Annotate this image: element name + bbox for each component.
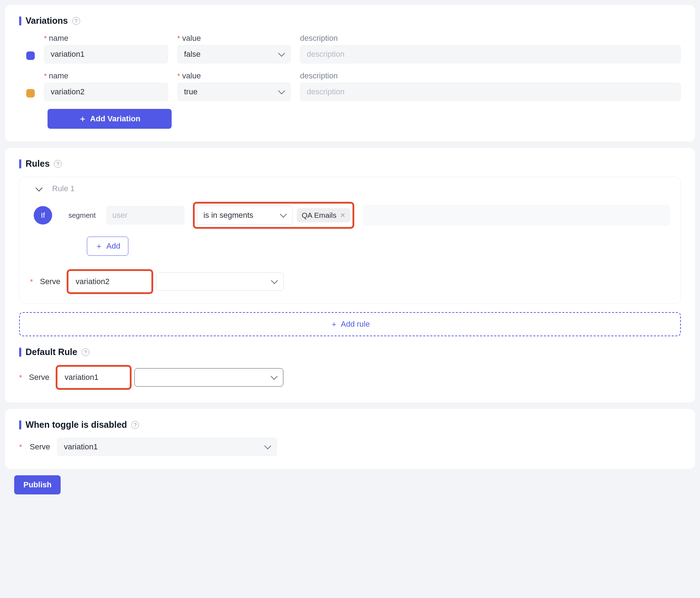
chevron-down-icon: [271, 373, 278, 380]
required-star-icon: *: [177, 72, 180, 80]
chevron-down-icon: [280, 211, 287, 218]
chevron-down-icon[interactable]: [35, 184, 43, 192]
serve-label: Serve: [30, 442, 50, 452]
section-bar-icon: [19, 16, 21, 26]
disabled-serve-row: * Serve variation1: [19, 438, 681, 456]
required-star-icon: *: [19, 373, 22, 382]
variations-panel: Variations ? *name *value false descript…: [5, 5, 695, 142]
default-serve-select[interactable]: [134, 368, 283, 387]
required-star-icon: *: [177, 34, 180, 43]
add-rule-button[interactable]: ＋ Add rule: [19, 312, 681, 336]
description-field: description: [300, 34, 681, 63]
help-icon[interactable]: ?: [54, 160, 62, 168]
operator-select[interactable]: is in segments: [197, 206, 293, 225]
value-label: *value: [177, 34, 291, 43]
operator-text: is in segments: [204, 211, 254, 220]
section-bar-icon: [19, 348, 21, 357]
name-input[interactable]: [44, 45, 168, 63]
condition-row: If segment user is in segments QA Emails…: [34, 202, 670, 229]
value-field: *value false: [177, 34, 291, 63]
description-field: description: [300, 71, 681, 101]
add-condition-label: Add: [106, 242, 120, 251]
disabled-serve-select[interactable]: variation1: [57, 438, 277, 456]
highlight-operator-and-tag: is in segments QA Emails ✕: [193, 202, 354, 229]
rule-name: Rule 1: [52, 184, 75, 193]
chevron-down-icon: [278, 50, 285, 57]
description-input[interactable]: [300, 83, 681, 101]
name-input[interactable]: [44, 83, 168, 101]
default-rule-title: Default Rule: [26, 347, 77, 357]
description-input[interactable]: [300, 45, 681, 63]
required-star-icon: *: [44, 72, 47, 80]
value-field: *value true: [177, 71, 291, 101]
serve-label: Serve: [40, 277, 60, 286]
value-select-text: true: [184, 87, 198, 96]
serve-select[interactable]: [156, 272, 284, 291]
required-star-icon: *: [19, 443, 22, 451]
section-bar-icon: [19, 159, 21, 168]
segment-tag[interactable]: QA Emails ✕: [297, 208, 350, 222]
disabled-panel: When toggle is disabled ? * Serve variat…: [5, 409, 695, 469]
help-icon[interactable]: ?: [72, 17, 80, 25]
name-field: *name: [44, 71, 168, 101]
if-chip: If: [34, 206, 52, 225]
add-variation-button[interactable]: ＋ Add Variation: [48, 109, 172, 129]
value-select[interactable]: true: [177, 83, 291, 101]
variations-title: Variations: [26, 16, 68, 26]
add-condition-button[interactable]: ＋ Add: [87, 237, 128, 256]
highlight-default-serve: variation1: [56, 365, 132, 390]
variation-row: *name *value false description: [26, 34, 681, 63]
description-label: description: [300, 71, 681, 81]
rule-header: Rule 1: [30, 184, 670, 193]
variation-row: *name *value true description: [26, 71, 681, 101]
chevron-down-icon: [264, 442, 271, 449]
value-select[interactable]: false: [177, 45, 291, 63]
section-bar-icon: [19, 420, 21, 430]
segment-label: segment: [68, 211, 96, 220]
add-variation-label: Add Variation: [90, 114, 140, 123]
chevron-down-icon: [271, 277, 278, 284]
required-star-icon: *: [30, 278, 33, 286]
segment-tags-area[interactable]: [363, 205, 670, 226]
rules-heading: Rules ?: [19, 159, 681, 169]
serve-value-text: variation1: [65, 373, 98, 382]
name-field: *name: [44, 34, 168, 63]
default-rule-section: Default Rule ? * Serve variation1: [19, 347, 681, 390]
plus-icon: ＋: [79, 115, 87, 123]
value-select-text: false: [184, 50, 200, 59]
publish-button[interactable]: Publish: [14, 475, 61, 494]
help-icon[interactable]: ?: [82, 348, 89, 356]
rules-title: Rules: [26, 159, 50, 169]
rules-panel: Rules ? Rule 1 If segment user is in seg…: [5, 148, 695, 403]
serve-select-inner[interactable]: variation1: [58, 367, 129, 387]
rule-card: Rule 1 If segment user is in segments QA…: [19, 177, 681, 304]
serve-label: Serve: [29, 373, 49, 382]
rule-serve-row: * Serve variation2: [30, 269, 670, 294]
variation-color-dot: [26, 89, 35, 98]
help-icon[interactable]: ?: [131, 421, 139, 429]
publish-row: Publish: [14, 475, 700, 494]
disabled-heading: When toggle is disabled ?: [19, 420, 681, 430]
user-input[interactable]: user: [106, 206, 184, 225]
default-serve-row: * Serve variation1: [19, 365, 681, 390]
name-label: *name: [44, 71, 168, 81]
description-label: description: [300, 34, 681, 43]
highlight-serve-value: variation2: [67, 269, 153, 294]
serve-value-text: variation1: [64, 442, 98, 452]
segment-tag-text: QA Emails: [302, 211, 337, 220]
default-rule-heading: Default Rule ?: [19, 347, 681, 357]
publish-label: Publish: [23, 480, 51, 489]
disabled-title: When toggle is disabled: [26, 420, 127, 430]
add-rule-label: Add rule: [341, 320, 370, 329]
serve-select-inner[interactable]: variation2: [69, 272, 151, 292]
plus-icon: ＋: [95, 242, 103, 250]
name-label: *name: [44, 34, 168, 43]
chevron-down-icon: [278, 87, 285, 94]
value-label: *value: [177, 71, 291, 81]
close-icon[interactable]: ✕: [340, 211, 345, 219]
variations-heading: Variations ?: [19, 16, 681, 26]
variation-color-dot: [26, 51, 35, 60]
required-star-icon: *: [44, 34, 47, 43]
serve-value-text: variation2: [76, 277, 109, 286]
plus-icon: ＋: [330, 320, 338, 328]
